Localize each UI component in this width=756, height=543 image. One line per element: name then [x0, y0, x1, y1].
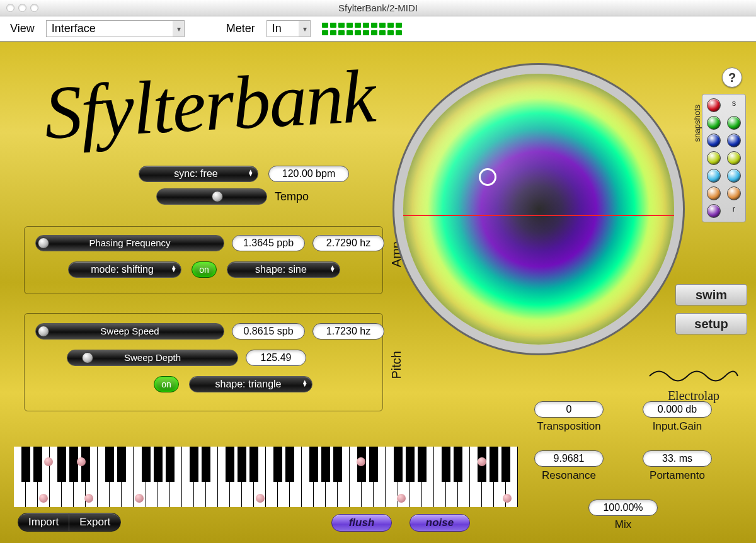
black-key[interactable]: [105, 447, 114, 482]
resonance-value[interactable]: 9.9681: [534, 450, 604, 467]
snapshot-r-label: r: [733, 204, 735, 218]
black-key[interactable]: [69, 447, 78, 482]
inputgain-value[interactable]: 0.000 db: [643, 401, 712, 418]
phasing-slider[interactable]: Phasing Frequency: [35, 235, 224, 251]
manufacturer-logo: Electrolap: [646, 363, 741, 403]
bpm-display[interactable]: 120.00 bpm: [268, 166, 349, 182]
meter-value: In: [272, 22, 282, 35]
key-marker: [397, 494, 406, 503]
black-key[interactable]: [226, 447, 234, 482]
mix-label: Mix: [588, 518, 658, 531]
black-key[interactable]: [333, 447, 342, 482]
color-wheel[interactable]: [403, 74, 674, 345]
black-key[interactable]: [406, 447, 415, 482]
titlebar: SfylterBank/2-MIDI: [0, 0, 756, 16]
snapshot-5a[interactable]: [707, 169, 721, 183]
wheel-cursor[interactable]: [479, 168, 496, 186]
black-key[interactable]: [33, 447, 42, 482]
sweep-speed-label: Sweep Speed: [36, 326, 224, 336]
meter-dropdown[interactable]: In: [266, 20, 311, 37]
black-key[interactable]: [321, 447, 330, 482]
sweep-hz[interactable]: 1.7230 hz: [312, 323, 384, 340]
mini-keyboard[interactable]: /*placeholder for structure; actual keys…: [14, 447, 518, 507]
amp-on-button[interactable]: on: [192, 261, 217, 278]
snapshot-3a[interactable]: [707, 134, 721, 147]
black-key[interactable]: [202, 447, 210, 482]
flush-button[interactable]: flush: [331, 514, 392, 532]
black-key[interactable]: [57, 447, 66, 482]
noise-button[interactable]: noise: [410, 514, 470, 532]
key-marker: [84, 494, 93, 503]
meter-label: Meter: [226, 22, 255, 35]
transposition-value[interactable]: 0: [534, 401, 604, 418]
snapshot-7a[interactable]: [707, 204, 721, 218]
snapshot-4b[interactable]: [727, 151, 741, 165]
mix-value[interactable]: 100.00%: [588, 500, 658, 516]
black-key[interactable]: [285, 447, 294, 482]
sweep-spb[interactable]: 0.8615 spb: [232, 323, 305, 340]
view-dropdown[interactable]: Interface: [46, 20, 185, 37]
black-key[interactable]: [21, 447, 30, 482]
snapshot-3b[interactable]: [727, 134, 741, 147]
black-key[interactable]: [490, 447, 498, 482]
sweep-speed-slider[interactable]: Sweep Speed: [35, 323, 224, 340]
snapshot-6b[interactable]: [727, 186, 741, 200]
snapshots-panel: s r: [702, 94, 746, 222]
key-marker: [503, 494, 512, 503]
setup-button[interactable]: setup: [675, 313, 747, 334]
tempo-slider[interactable]: [156, 188, 267, 205]
snapshot-4a[interactable]: [707, 151, 721, 165]
black-key[interactable]: [442, 447, 450, 482]
pitch-on-button[interactable]: on: [154, 376, 179, 392]
snapshot-5b[interactable]: [727, 169, 741, 183]
black-key[interactable]: [454, 447, 462, 482]
pitch-shape-select[interactable]: shape: triangle: [189, 376, 312, 392]
sweep-depth-slider[interactable]: Sweep Depth: [67, 350, 238, 366]
snapshot-1a[interactable]: [707, 98, 721, 112]
resonance-label: Resonance: [534, 469, 604, 482]
black-key[interactable]: [238, 447, 246, 482]
mode-select[interactable]: mode: shifting: [68, 261, 181, 278]
meter-leds: [322, 23, 402, 35]
amp-shape-select[interactable]: shape: sine: [227, 261, 340, 278]
black-key[interactable]: [418, 447, 427, 482]
key-marker: [256, 494, 265, 503]
help-button[interactable]: ?: [722, 67, 742, 88]
black-key[interactable]: [249, 447, 258, 482]
black-key[interactable]: [166, 447, 175, 482]
snapshot-6a[interactable]: [707, 186, 721, 200]
import-export[interactable]: Import Export: [18, 513, 121, 532]
view-label: View: [10, 22, 35, 35]
window-title: SfylterBank/2-MIDI: [0, 3, 756, 13]
sync-select[interactable]: sync: free: [139, 166, 258, 182]
black-key[interactable]: [190, 447, 198, 482]
black-key[interactable]: [273, 447, 282, 482]
black-key[interactable]: [369, 447, 378, 482]
phasing-label: Phasing Frequency: [36, 237, 224, 248]
snapshot-2b[interactable]: [727, 116, 741, 130]
portamento-label: Portamento: [643, 469, 712, 482]
black-key[interactable]: [154, 447, 163, 482]
phasing-hz[interactable]: 2.7290 hz: [312, 235, 384, 251]
snapshot-2a[interactable]: [707, 116, 721, 130]
portamento-value[interactable]: 33. ms: [643, 450, 712, 467]
snapshot-s-label: s: [732, 98, 736, 112]
inputgain-label: Input.Gain: [643, 420, 712, 433]
black-key[interactable]: [309, 447, 318, 482]
export-button[interactable]: Export: [69, 513, 120, 531]
black-key[interactable]: [394, 447, 403, 482]
transposition-label: Transposition: [534, 420, 604, 433]
view-value: Interface: [52, 22, 96, 35]
slider-thumb[interactable]: [212, 191, 223, 202]
toolbar: View Interface Meter In: [0, 16, 756, 42]
key-marker: [135, 494, 144, 503]
import-button[interactable]: Import: [18, 513, 69, 531]
phasing-ppb[interactable]: 1.3645 ppb: [232, 235, 305, 251]
black-key[interactable]: [501, 447, 510, 482]
black-key[interactable]: [142, 447, 151, 482]
black-key[interactable]: [117, 447, 126, 482]
sweep-depth-value[interactable]: 125.49: [246, 350, 306, 366]
swim-button[interactable]: swim: [675, 284, 747, 306]
logo: Sfylterbank: [42, 52, 377, 156]
sweep-depth-label: Sweep Depth: [67, 352, 238, 363]
